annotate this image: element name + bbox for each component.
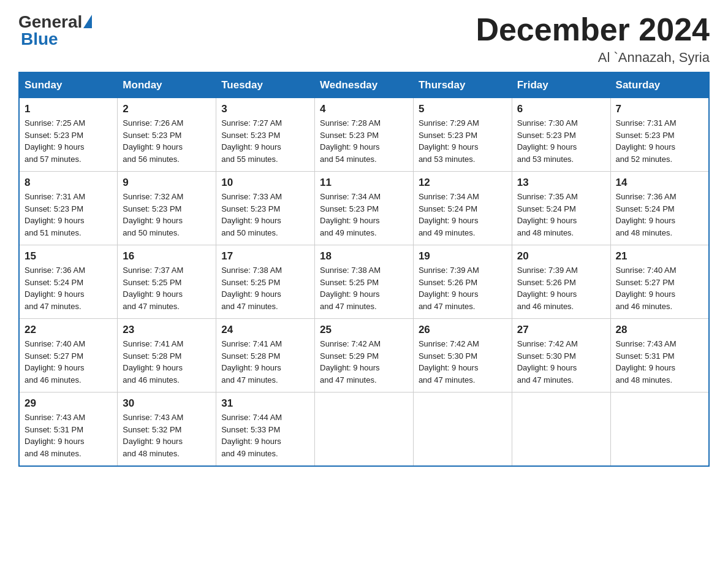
day-number: 9 — [123, 177, 211, 189]
day-header-sunday: Sunday — [19, 72, 118, 98]
day-info: Sunrise: 7:34 AMSunset: 5:23 PMDaylight:… — [320, 192, 381, 237]
day-number: 16 — [123, 250, 211, 262]
day-info: Sunrise: 7:30 AMSunset: 5:23 PMDaylight:… — [517, 118, 578, 164]
day-number: 24 — [221, 324, 309, 336]
day-info: Sunrise: 7:31 AMSunset: 5:23 PMDaylight:… — [616, 118, 677, 164]
day-info: Sunrise: 7:27 AMSunset: 5:23 PMDaylight:… — [221, 118, 282, 164]
day-number: 20 — [517, 250, 605, 262]
day-number: 26 — [419, 324, 507, 336]
calendar-cell: 5 Sunrise: 7:29 AMSunset: 5:23 PMDayligh… — [413, 98, 512, 172]
calendar-cell: 27 Sunrise: 7:42 AMSunset: 5:30 PMDaylig… — [512, 319, 610, 393]
day-number: 30 — [123, 397, 211, 410]
day-number: 27 — [517, 324, 605, 336]
day-info: Sunrise: 7:43 AMSunset: 5:31 PMDaylight:… — [616, 339, 677, 385]
month-title: December 2024 — [476, 12, 710, 47]
day-info: Sunrise: 7:37 AMSunset: 5:25 PMDaylight:… — [123, 266, 183, 311]
day-number: 31 — [221, 397, 309, 410]
day-info: Sunrise: 7:35 AMSunset: 5:24 PMDaylight:… — [517, 192, 578, 237]
day-header-monday: Monday — [118, 72, 216, 98]
calendar-cell: 28 Sunrise: 7:43 AMSunset: 5:31 PMDaylig… — [610, 319, 709, 393]
day-number: 25 — [320, 324, 408, 336]
day-info: Sunrise: 7:42 AMSunset: 5:30 PMDaylight:… — [419, 339, 479, 385]
page-header: General Blue December 2024 Al `Annazah, … — [18, 12, 710, 66]
logo-blue-part — [82, 15, 92, 29]
calendar-table: SundayMondayTuesdayWednesdayThursdayFrid… — [18, 72, 710, 467]
day-info: Sunrise: 7:38 AMSunset: 5:25 PMDaylight:… — [320, 266, 381, 311]
location-subtitle: Al `Annazah, Syria — [476, 50, 710, 66]
day-info: Sunrise: 7:31 AMSunset: 5:23 PMDaylight:… — [25, 192, 85, 237]
day-number: 3 — [221, 103, 309, 115]
calendar-cell: 26 Sunrise: 7:42 AMSunset: 5:30 PMDaylig… — [413, 319, 512, 393]
day-info: Sunrise: 7:43 AMSunset: 5:31 PMDaylight:… — [25, 413, 85, 458]
calendar-cell: 17 Sunrise: 7:38 AMSunset: 5:25 PMDaylig… — [216, 245, 315, 319]
calendar-cell: 10 Sunrise: 7:33 AMSunset: 5:23 PMDaylig… — [216, 172, 315, 245]
calendar-cell: 21 Sunrise: 7:40 AMSunset: 5:27 PMDaylig… — [610, 245, 709, 319]
day-number: 17 — [221, 250, 309, 262]
day-info: Sunrise: 7:29 AMSunset: 5:23 PMDaylight:… — [419, 118, 479, 164]
day-info: Sunrise: 7:36 AMSunset: 5:24 PMDaylight:… — [25, 266, 85, 311]
week-row-5: 29 Sunrise: 7:43 AMSunset: 5:31 PMDaylig… — [19, 393, 709, 467]
day-number: 15 — [25, 250, 112, 262]
day-number: 23 — [123, 324, 211, 336]
calendar-cell: 24 Sunrise: 7:41 AMSunset: 5:28 PMDaylig… — [216, 319, 315, 393]
calendar-cell: 30 Sunrise: 7:43 AMSunset: 5:32 PMDaylig… — [118, 393, 216, 467]
day-info: Sunrise: 7:39 AMSunset: 5:26 PMDaylight:… — [517, 266, 578, 311]
calendar-cell: 29 Sunrise: 7:43 AMSunset: 5:31 PMDaylig… — [19, 393, 118, 467]
day-header-thursday: Thursday — [413, 72, 512, 98]
day-info: Sunrise: 7:33 AMSunset: 5:23 PMDaylight:… — [221, 192, 282, 237]
day-info: Sunrise: 7:26 AMSunset: 5:23 PMDaylight:… — [123, 118, 183, 164]
calendar-cell: 23 Sunrise: 7:41 AMSunset: 5:28 PMDaylig… — [118, 319, 216, 393]
day-number: 13 — [517, 177, 605, 189]
calendar-cell: 15 Sunrise: 7:36 AMSunset: 5:24 PMDaylig… — [19, 245, 118, 319]
day-info: Sunrise: 7:39 AMSunset: 5:26 PMDaylight:… — [419, 266, 479, 311]
day-headers-row: SundayMondayTuesdayWednesdayThursdayFrid… — [19, 72, 709, 98]
title-section: December 2024 Al `Annazah, Syria — [476, 12, 710, 66]
day-header-saturday: Saturday — [610, 72, 709, 98]
calendar-cell — [413, 393, 512, 467]
calendar-cell — [512, 393, 610, 467]
day-info: Sunrise: 7:40 AMSunset: 5:27 PMDaylight:… — [616, 266, 677, 311]
calendar-cell: 2 Sunrise: 7:26 AMSunset: 5:23 PMDayligh… — [118, 98, 216, 172]
logo: General Blue — [18, 12, 92, 49]
day-info: Sunrise: 7:42 AMSunset: 5:29 PMDaylight:… — [320, 339, 381, 385]
day-number: 7 — [616, 103, 703, 115]
day-number: 4 — [320, 103, 408, 115]
logo-triangle-icon — [83, 15, 92, 28]
day-info: Sunrise: 7:40 AMSunset: 5:27 PMDaylight:… — [25, 339, 85, 385]
day-number: 11 — [320, 177, 408, 189]
calendar-header: SundayMondayTuesdayWednesdayThursdayFrid… — [19, 72, 709, 98]
calendar-body: 1 Sunrise: 7:25 AMSunset: 5:23 PMDayligh… — [19, 98, 709, 467]
calendar-cell: 13 Sunrise: 7:35 AMSunset: 5:24 PMDaylig… — [512, 172, 610, 245]
calendar-cell: 22 Sunrise: 7:40 AMSunset: 5:27 PMDaylig… — [19, 319, 118, 393]
day-info: Sunrise: 7:44 AMSunset: 5:33 PMDaylight:… — [221, 413, 282, 458]
week-row-2: 8 Sunrise: 7:31 AMSunset: 5:23 PMDayligh… — [19, 172, 709, 245]
day-info: Sunrise: 7:32 AMSunset: 5:23 PMDaylight:… — [123, 192, 183, 237]
day-number: 12 — [419, 177, 507, 189]
day-number: 18 — [320, 250, 408, 262]
day-info: Sunrise: 7:41 AMSunset: 5:28 PMDaylight:… — [123, 339, 183, 385]
day-info: Sunrise: 7:38 AMSunset: 5:25 PMDaylight:… — [221, 266, 282, 311]
calendar-cell: 14 Sunrise: 7:36 AMSunset: 5:24 PMDaylig… — [610, 172, 709, 245]
week-row-3: 15 Sunrise: 7:36 AMSunset: 5:24 PMDaylig… — [19, 245, 709, 319]
calendar-cell: 9 Sunrise: 7:32 AMSunset: 5:23 PMDayligh… — [118, 172, 216, 245]
logo-blue-text: Blue — [21, 29, 58, 49]
calendar-cell: 20 Sunrise: 7:39 AMSunset: 5:26 PMDaylig… — [512, 245, 610, 319]
day-number: 2 — [123, 103, 211, 115]
calendar-cell: 31 Sunrise: 7:44 AMSunset: 5:33 PMDaylig… — [216, 393, 315, 467]
day-number: 19 — [419, 250, 507, 262]
day-header-friday: Friday — [512, 72, 610, 98]
calendar-cell: 16 Sunrise: 7:37 AMSunset: 5:25 PMDaylig… — [118, 245, 216, 319]
day-info: Sunrise: 7:28 AMSunset: 5:23 PMDaylight:… — [320, 118, 381, 164]
day-number: 6 — [517, 103, 605, 115]
day-info: Sunrise: 7:43 AMSunset: 5:32 PMDaylight:… — [123, 413, 183, 458]
day-number: 5 — [419, 103, 507, 115]
day-info: Sunrise: 7:41 AMSunset: 5:28 PMDaylight:… — [221, 339, 282, 385]
day-number: 14 — [616, 177, 703, 189]
calendar-cell: 3 Sunrise: 7:27 AMSunset: 5:23 PMDayligh… — [216, 98, 315, 172]
day-number: 8 — [25, 177, 112, 189]
day-number: 1 — [25, 103, 112, 115]
day-header-tuesday: Tuesday — [216, 72, 315, 98]
calendar-cell: 19 Sunrise: 7:39 AMSunset: 5:26 PMDaylig… — [413, 245, 512, 319]
calendar-cell: 7 Sunrise: 7:31 AMSunset: 5:23 PMDayligh… — [610, 98, 709, 172]
week-row-4: 22 Sunrise: 7:40 AMSunset: 5:27 PMDaylig… — [19, 319, 709, 393]
